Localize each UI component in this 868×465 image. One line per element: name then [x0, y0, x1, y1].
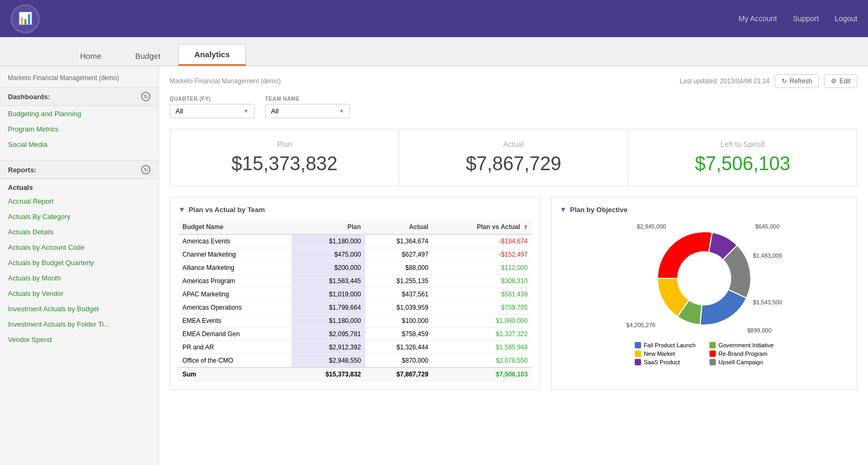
cell-name: Americas Operations — [178, 301, 292, 314]
sidebar-item-social-media[interactable]: Social Media — [0, 137, 159, 152]
sort-icon[interactable]: ⬆ — [523, 224, 528, 230]
cell-actual: $870,000 — [365, 354, 433, 368]
logout-link[interactable]: Logout — [835, 14, 857, 23]
cell-sum-actual: $7,867,729 — [365, 367, 433, 381]
sidebar-item-program-metrics[interactable]: Program Metrics — [0, 121, 159, 137]
col-variance: Plan vs Actual ⬆ — [433, 220, 532, 234]
dashboards-header: Dashboards: ↻ — [0, 87, 159, 106]
cell-actual: $100,000 — [365, 314, 433, 328]
content-header: Marketo Financial Management (demo) Last… — [170, 74, 857, 88]
cell-actual: $1,039,959 — [365, 301, 433, 314]
cell-sum-plan: $15,373,832 — [292, 367, 365, 381]
sidebar-item-accrual[interactable]: Accrual Report — [0, 194, 159, 209]
sidebar-item-investment-budget[interactable]: Investment Actuals by Budget — [0, 301, 159, 317]
donut-title: ▼ Plan by Objective — [559, 205, 849, 214]
legend-label-0: Fall Product Launch — [644, 342, 696, 348]
sidebar: Marketo Financial Management (demo) Dash… — [0, 66, 159, 465]
dashboards-refresh-icon[interactable]: ↻ — [141, 92, 151, 101]
legend-label-1: Government Initiative — [718, 342, 774, 348]
table-filter-icon: ▼ — [178, 205, 186, 214]
sidebar-item-actuals-vendor[interactable]: Actuals by Vendor — [0, 286, 159, 301]
cell-name: APAC Marketing — [178, 288, 292, 301]
tab-budget[interactable]: Budget — [119, 46, 177, 66]
cell-variance: $1,080,000 — [433, 314, 532, 328]
cell-plan: $1,019,000 — [292, 288, 365, 301]
cell-actual: $627,497 — [365, 248, 433, 261]
kpi-plan-label: Plan — [186, 140, 383, 148]
table-title-text: Plan vs Actual by Team — [189, 206, 265, 214]
cell-actual: $1,255,135 — [365, 275, 433, 288]
cell-variance: -$184,674 — [433, 234, 532, 248]
team-select[interactable]: All ▼ — [265, 104, 350, 118]
sidebar-item-actuals-account[interactable]: Actuals by Account Code — [0, 240, 159, 255]
sidebar-item-actuals-budget-quarterly[interactable]: Actuals by Budget Quarterly — [0, 255, 159, 270]
my-account-link[interactable]: My Account — [739, 14, 777, 23]
cell-variance: $112,000 — [433, 261, 532, 275]
donut-label-5: $4,205,276 — [625, 321, 657, 329]
donut-label-1: $645,000 — [753, 223, 781, 230]
legend-item-4: SaaS Product — [635, 359, 699, 365]
sidebar-item-vendor-spend[interactable]: Vendor Spend — [0, 332, 159, 347]
legend-item-3: Re-Brand Program — [709, 350, 774, 357]
table-row: EMEA Demand Gen $2,095,781 $758,459 $1,3… — [178, 328, 532, 341]
kpi-left: Left to Spend $7,506,103 — [628, 129, 857, 186]
table-row: Americas Program $1,563,445 $1,255,135 $… — [178, 275, 532, 288]
donut-label-3: $1,543,500 — [751, 299, 784, 306]
content-breadcrumb: Marketo Financial Management (demo) — [170, 77, 280, 85]
logo: 📊 — [11, 4, 40, 33]
sidebar-item-investment-folder[interactable]: Investment Actuals by Folder Ti... — [0, 317, 159, 332]
team-value: All — [271, 107, 278, 115]
legend-dot-2 — [635, 350, 641, 357]
tab-home[interactable]: Home — [64, 46, 118, 66]
cell-actual: $1,364,674 — [365, 234, 433, 248]
kpi-actual-value: $7,867,729 — [415, 153, 612, 175]
edit-button[interactable]: ⚙ Edit — [824, 74, 857, 88]
cell-plan: $1,563,445 — [292, 275, 365, 288]
col-plan: Plan — [292, 220, 365, 234]
legend-item-0: Fall Product Launch — [635, 342, 699, 348]
reports-header: Reports: ↻ — [0, 160, 159, 179]
cell-plan: $1,799,664 — [292, 301, 365, 314]
cell-variance: $1,585,948 — [433, 341, 532, 354]
support-link[interactable]: Support — [793, 14, 819, 23]
quarter-select[interactable]: All ▼ — [170, 104, 255, 118]
donut-container: $2,945,000 $645,000 $1,483,000 $1,543,50… — [559, 220, 849, 365]
cell-variance: $308,310 — [433, 275, 532, 288]
header-actions: Last updated: 2013/04/08 21:14 ↻ Refresh… — [680, 74, 857, 88]
donut-label-2: $1,483,000 — [751, 252, 784, 259]
quarter-filter-group: QUARTER (FY) All ▼ — [170, 96, 255, 118]
cell-plan: $1,180,000 — [292, 314, 365, 328]
donut-chart: $2,945,000 $645,000 $1,483,000 $1,543,50… — [625, 220, 784, 337]
sidebar-item-actuals-month[interactable]: Actuals by Month — [0, 270, 159, 286]
sidebar-item-actuals-category[interactable]: Actuals By Category — [0, 209, 159, 224]
reports-label: Reports: — [8, 166, 36, 174]
sidebar-item-budgeting[interactable]: Budgeting and Planning — [0, 106, 159, 121]
refresh-label: Refresh — [790, 77, 812, 85]
kpi-left-value: $7,506,103 — [644, 153, 841, 175]
donut-panel: ▼ Plan by Objective $2,945,000 $645,000 … — [551, 197, 857, 390]
kpi-plan: Plan $15,373,832 — [170, 129, 399, 186]
donut-title-text: Plan by Objective — [570, 206, 627, 214]
donut-labels: $2,945,000 $645,000 $1,483,000 $1,543,50… — [625, 220, 784, 337]
table-row: Channel Marketing $475,000 $627,497 -$15… — [178, 248, 532, 261]
cell-sum-name: Sum — [178, 367, 292, 381]
plan-actual-table: Budget Name Plan Actual Plan vs Actual ⬆… — [178, 220, 532, 381]
cell-actual: $758,459 — [365, 328, 433, 341]
edit-label: Edit — [839, 77, 851, 85]
cell-name: Americas Program — [178, 275, 292, 288]
nav-tabs: Home Budget Analytics — [0, 37, 868, 66]
cell-name: EMEA Demand Gen — [178, 328, 292, 341]
legend-label-3: Re-Brand Program — [718, 350, 767, 357]
sidebar-item-actuals-details[interactable]: Actuals Details — [0, 224, 159, 240]
dashboards-section: Dashboards: ↻ Budgeting and Planning Pro… — [0, 87, 159, 152]
table-row: Americas Operations $1,799,664 $1,039,95… — [178, 301, 532, 314]
table-row: Office of the CMO $2,948,550 $870,000 $2… — [178, 354, 532, 368]
cell-variance: -$152,497 — [433, 248, 532, 261]
refresh-button[interactable]: ↻ Refresh — [775, 74, 819, 88]
legend-dot-5 — [709, 359, 716, 365]
cell-variance: $2,078,550 — [433, 354, 532, 368]
tab-analytics[interactable]: Analytics — [178, 44, 247, 66]
cell-plan: $1,180,000 — [292, 234, 365, 248]
cell-name: EMEA Events — [178, 314, 292, 328]
reports-refresh-icon[interactable]: ↻ — [141, 165, 151, 174]
